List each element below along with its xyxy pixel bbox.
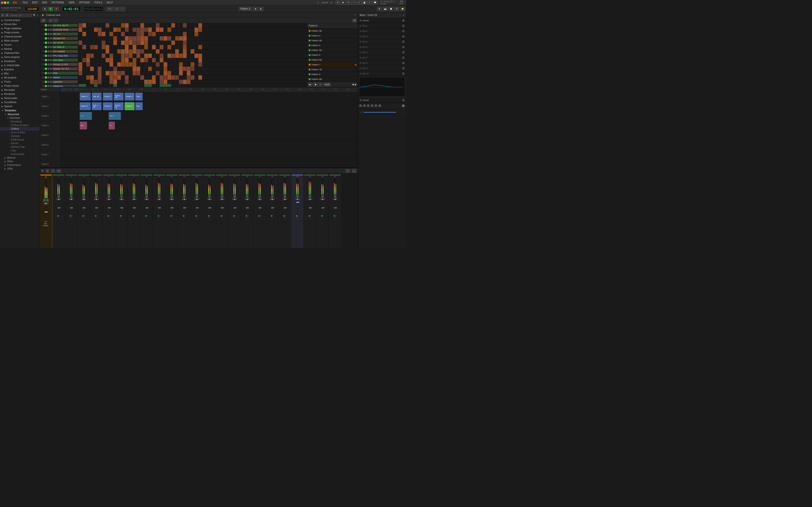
pattern-cell[interactable] (167, 27, 171, 32)
pattern-cell[interactable] (102, 67, 106, 71)
pattern-cell[interactable] (195, 62, 198, 67)
slot-knob[interactable] (402, 46, 405, 48)
pattern-cell[interactable] (160, 49, 164, 54)
ch-name[interactable]: Default #2 (52, 85, 78, 87)
timeline-track-8[interactable] (60, 159, 358, 167)
mixer-insert-channel-22[interactable]: 22◀▶▲ (316, 174, 329, 248)
ch-solo[interactable] (50, 33, 52, 35)
insert-fader[interactable] (71, 201, 72, 215)
led-off[interactable] (147, 215, 148, 217)
slot-knob[interactable] (402, 72, 405, 75)
pattern-cell[interactable] (117, 71, 121, 75)
pattern-cell[interactable] (117, 36, 121, 41)
pattern-cell[interactable] (109, 75, 113, 80)
pattern-cell[interactable] (195, 32, 198, 36)
fader-handle[interactable] (83, 207, 86, 208)
insert-stereo[interactable]: ◀▶ (57, 198, 61, 200)
pattern-cell[interactable] (195, 84, 198, 87)
pattern-cell[interactable] (79, 36, 83, 41)
mixer-export-btn[interactable]: ↗ (346, 169, 350, 173)
ch-solo[interactable] (50, 63, 52, 65)
insert-slot-2[interactable]: Slot 2 (358, 29, 406, 34)
pattern-cell[interactable] (140, 75, 144, 80)
led-green[interactable] (334, 215, 335, 217)
pattern-cell[interactable] (195, 45, 198, 49)
fader-handle[interactable] (57, 207, 60, 208)
pattern-cell[interactable] (133, 58, 137, 62)
pattern-cell[interactable] (137, 49, 140, 54)
pattern-cell[interactable] (125, 27, 129, 32)
pattern-cell[interactable] (175, 71, 179, 75)
pattern-cell[interactable] (171, 23, 175, 27)
pattern-cell[interactable] (152, 27, 156, 32)
icon-mixer[interactable]: ≡ (357, 0, 361, 5)
led-off[interactable] (336, 215, 337, 217)
pattern-cell[interactable] (164, 36, 167, 41)
pattern-cell[interactable] (83, 41, 86, 45)
insert-stereo[interactable]: ◀▶ (308, 198, 312, 200)
pattern-cell[interactable] (156, 54, 160, 58)
master-led[interactable] (360, 99, 361, 101)
pattern-cell[interactable] (125, 36, 129, 41)
pattern-cell[interactable] (148, 23, 152, 27)
insert-fader[interactable] (134, 201, 135, 215)
play-button[interactable]: ▶ (48, 7, 53, 11)
menu-file[interactable]: FILE (22, 1, 29, 4)
pattern-cell[interactable] (117, 75, 121, 80)
pattern-cell[interactable] (113, 36, 117, 41)
mixer-insert-channel-13[interactable]: 13◀▶▲ (203, 174, 216, 248)
mixer-insert-channel-5[interactable]: 5◀▶▲ (103, 174, 115, 248)
ch-name[interactable]: Grv Cowbell (52, 50, 78, 53)
pattern-cell[interactable] (125, 49, 129, 54)
ch-name[interactable]: Stomper CH (52, 37, 78, 40)
time-display[interactable]: 0:02:81 (62, 6, 81, 12)
slot-knob[interactable] (402, 56, 405, 59)
timeline-track-5[interactable] (60, 130, 358, 140)
pattern-cell[interactable] (191, 75, 195, 80)
pattern-cell[interactable] (106, 45, 109, 49)
pattern-cell[interactable] (117, 62, 121, 67)
pattern-cell[interactable] (187, 75, 191, 80)
pattern-cell[interactable] (187, 58, 191, 62)
pattern-cell[interactable] (144, 84, 152, 87)
mixer-insert-channel-7[interactable]: 7◀▶▲ (128, 174, 140, 248)
fader-handle[interactable] (208, 207, 211, 208)
pattern-cell[interactable] (98, 32, 102, 36)
insert-fader[interactable] (297, 201, 298, 215)
pattern-cell[interactable] (183, 80, 187, 84)
insert-fader[interactable] (197, 201, 197, 215)
insert-stereo[interactable]: ◀▶ (132, 198, 136, 200)
sidebar-item-impulses[interactable]: ▶ Impulses (0, 67, 40, 71)
led-off[interactable] (272, 215, 274, 217)
pattern-cell[interactable] (106, 54, 109, 58)
pattern-cell[interactable] (109, 41, 113, 45)
maximize-button[interactable] (7, 1, 9, 4)
pattern-cell[interactable] (102, 54, 106, 58)
insert-stereo[interactable]: ◀▶ (107, 198, 111, 200)
led-off[interactable] (197, 215, 198, 217)
send-led[interactable] (360, 19, 361, 21)
pattern-cell[interactable] (195, 41, 198, 45)
pattern-cell[interactable] (90, 54, 94, 58)
pattern-cell[interactable] (164, 27, 167, 32)
pattern-cell[interactable] (125, 41, 129, 45)
insert-send-slot[interactable]: (none) (358, 18, 406, 23)
pattern-cell[interactable] (164, 58, 167, 62)
pattern-cell[interactable] (94, 58, 98, 62)
pattern-cell[interactable] (152, 49, 156, 54)
pattern-cell[interactable] (144, 41, 148, 45)
pattern-cell[interactable] (86, 67, 90, 71)
pattern-cell[interactable] (133, 75, 137, 80)
pattern-cell[interactable] (106, 49, 109, 54)
pattern-cell[interactable] (152, 67, 156, 71)
track-label[interactable]: Track 8 (40, 159, 60, 167)
pattern-cell[interactable] (183, 58, 187, 62)
pattern-cell[interactable] (121, 58, 125, 62)
insert-fader[interactable] (108, 201, 109, 215)
knob[interactable] (133, 195, 136, 198)
pattern-cell[interactable] (140, 58, 144, 62)
pattern-item[interactable]: Pattern 4 (307, 33, 358, 38)
pattern-cell[interactable] (106, 80, 109, 84)
pattern-cell[interactable] (125, 54, 129, 58)
pattern-cell[interactable] (191, 49, 195, 54)
